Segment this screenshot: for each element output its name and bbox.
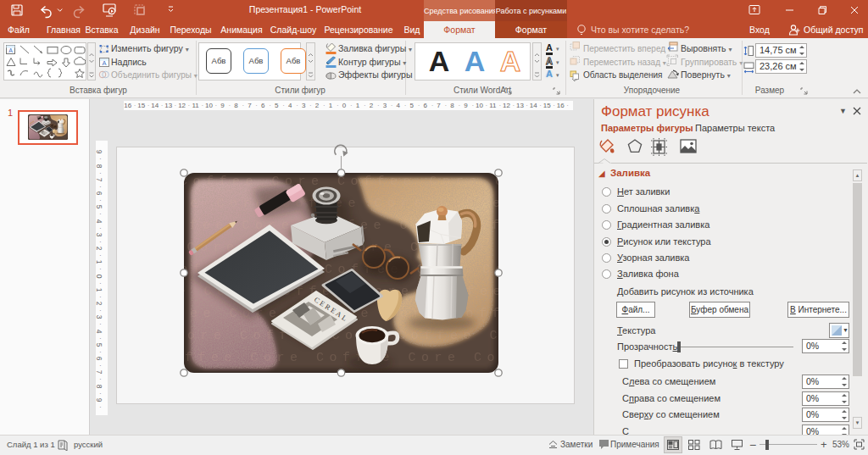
- svg-text:A: A: [8, 47, 13, 53]
- svg-text:Coffee Core Coffee Core Coffee: Coffee Core Coffee Core Coffee Core Coff…: [180, 175, 575, 189]
- svg-text:Coffee Core Coffee Core Coffee: Coffee Core Coffee Core Coffee Core Coff…: [116, 329, 575, 343]
- svg-text:A: A: [102, 59, 106, 67]
